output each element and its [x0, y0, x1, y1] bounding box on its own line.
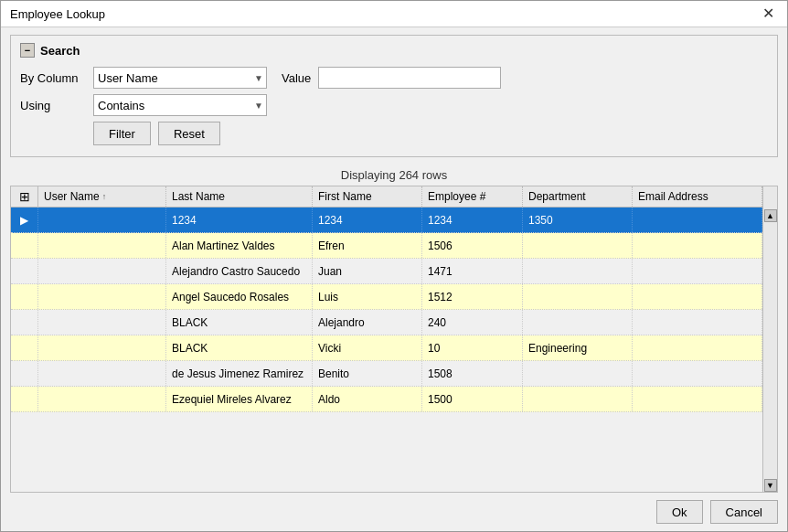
row-indicator	[11, 361, 38, 386]
cell-firstname: Efren	[313, 233, 422, 258]
cell-lastname: BLACK	[166, 335, 313, 360]
row-indicator: ▶	[11, 207, 38, 232]
table-row[interactable]: de Jesus Jimenez Ramirez Benito 1508	[11, 361, 762, 387]
cell-email	[633, 284, 762, 309]
close-button[interactable]: ✕	[759, 6, 778, 21]
collapse-button[interactable]: −	[20, 43, 35, 58]
col-username-label: User Name	[44, 190, 100, 203]
using-row: Using Contains Starts With Equals ▼	[20, 94, 768, 116]
table-row[interactable]: Alejandro Castro Saucedo Juan 1471	[11, 259, 762, 284]
cell-empnum: 1506	[422, 233, 523, 258]
cell-username	[38, 284, 166, 309]
cell-username	[38, 387, 166, 411]
table-row[interactable]: Ezequiel Mireles Alvarez Aldo 1500	[11, 387, 762, 412]
cell-dept: Engineering	[523, 335, 633, 360]
cell-firstname: 1234	[313, 207, 422, 232]
cell-dept: 1350	[523, 207, 633, 232]
cell-email	[633, 207, 762, 232]
cell-username	[38, 361, 166, 386]
search-section-label: Search	[40, 44, 80, 58]
cell-email	[633, 310, 762, 335]
col-dept-label: Department	[528, 190, 586, 203]
cell-empnum: 10	[422, 335, 523, 360]
cell-firstname: Luis	[313, 284, 422, 309]
table-icon: ⊞	[19, 189, 30, 204]
cell-empnum: 1234	[422, 207, 523, 232]
col-header-dept[interactable]: Department	[523, 186, 633, 207]
cell-username	[38, 207, 166, 232]
cancel-button[interactable]: Cancel	[710, 500, 778, 524]
by-column-label: By Column	[20, 71, 86, 85]
row-indicator	[11, 233, 38, 258]
col-header-username[interactable]: User Name ↑	[38, 186, 166, 207]
scroll-up-button[interactable]: ▲	[764, 209, 777, 222]
row-indicator	[11, 335, 38, 360]
table-row[interactable]: Alan Martinez Valdes Efren 1506	[11, 233, 762, 259]
table-row[interactable]: Angel Saucedo Rosales Luis 1512	[11, 284, 762, 310]
cell-empnum: 1500	[422, 387, 523, 411]
by-column-select[interactable]: User Name Last Name First Name Employee …	[93, 67, 267, 89]
header-icon-cell: ⊞	[11, 186, 38, 207]
scrollbar[interactable]: ▲ ▼	[762, 207, 777, 492]
cell-empnum: 1471	[422, 259, 523, 283]
cell-username	[38, 259, 166, 283]
cell-email	[633, 387, 762, 411]
col-lastname-label: Last Name	[172, 190, 225, 203]
col-header-lastname[interactable]: Last Name	[166, 186, 313, 207]
using-label: Using	[20, 99, 86, 112]
cell-firstname: Benito	[313, 361, 422, 386]
row-indicator	[11, 310, 38, 335]
cell-email	[633, 361, 762, 386]
cell-dept	[523, 310, 633, 335]
cell-firstname: Alejandro	[313, 310, 422, 335]
table-container: ⊞ User Name ↑ Last Name First Name Emplo…	[10, 186, 778, 493]
cell-lastname: Alejandro Castro Saucedo	[166, 259, 313, 283]
col-header-empnum[interactable]: Employee #	[422, 186, 523, 207]
cell-lastname: BLACK	[166, 310, 313, 335]
cell-lastname: Alan Martinez Valdes	[166, 233, 313, 258]
cell-empnum: 1512	[422, 284, 523, 309]
table-row[interactable]: BLACK Alejandro 240	[11, 310, 762, 335]
filter-buttons-row: Filter Reset	[20, 122, 768, 145]
row-indicator	[11, 284, 38, 309]
cell-dept	[523, 361, 633, 386]
employee-lookup-dialog: Employee Lookup ✕ − Search By Column Use…	[0, 0, 788, 532]
row-indicator	[11, 387, 38, 411]
table-header-row: ⊞ User Name ↑ Last Name First Name Emplo…	[11, 186, 777, 207]
by-column-select-wrapper: User Name Last Name First Name Employee …	[93, 67, 267, 89]
reset-button[interactable]: Reset	[158, 122, 220, 145]
cell-username	[38, 310, 166, 335]
cell-username	[38, 335, 166, 360]
cell-firstname: Juan	[313, 259, 422, 283]
table-body-wrapper: ▶ 1234 1234 1234 1350 Alan Martinez Vald…	[11, 207, 777, 492]
filter-button[interactable]: Filter	[93, 122, 151, 145]
cell-email	[633, 233, 762, 258]
row-indicator	[11, 259, 38, 283]
cell-lastname: de Jesus Jimenez Ramirez	[166, 361, 313, 386]
col-header-email[interactable]: Email Address	[633, 186, 762, 207]
value-input[interactable]	[318, 67, 501, 89]
cell-username	[38, 233, 166, 258]
by-column-row: By Column User Name Last Name First Name…	[20, 67, 768, 89]
table-header: ⊞ User Name ↑ Last Name First Name Emplo…	[11, 186, 762, 207]
col-header-firstname[interactable]: First Name	[313, 186, 422, 207]
table-row[interactable]: ▶ 1234 1234 1234 1350	[11, 207, 762, 233]
cell-lastname: Ezequiel Mireles Alvarez	[166, 387, 313, 411]
cell-dept	[523, 233, 633, 258]
cell-email	[633, 259, 762, 283]
dialog-title: Employee Lookup	[10, 7, 105, 21]
display-info: Displaying 264 rows	[1, 165, 787, 186]
cell-empnum: 240	[422, 310, 523, 335]
col-firstname-label: First Name	[318, 190, 372, 203]
using-select-wrapper: Contains Starts With Equals ▼	[93, 94, 267, 116]
ok-button[interactable]: Ok	[656, 500, 703, 524]
search-header: − Search	[20, 43, 768, 58]
table-body[interactable]: ▶ 1234 1234 1234 1350 Alan Martinez Vald…	[11, 207, 762, 492]
cell-dept	[523, 284, 633, 309]
value-label: Value	[282, 71, 311, 85]
table-row[interactable]: BLACK Vicki 10 Engineering	[11, 335, 762, 361]
using-select[interactable]: Contains Starts With Equals	[93, 94, 267, 116]
dialog-footer: Ok Cancel	[1, 493, 787, 531]
scroll-down-button[interactable]: ▼	[764, 479, 777, 492]
col-email-label: Email Address	[638, 190, 708, 203]
